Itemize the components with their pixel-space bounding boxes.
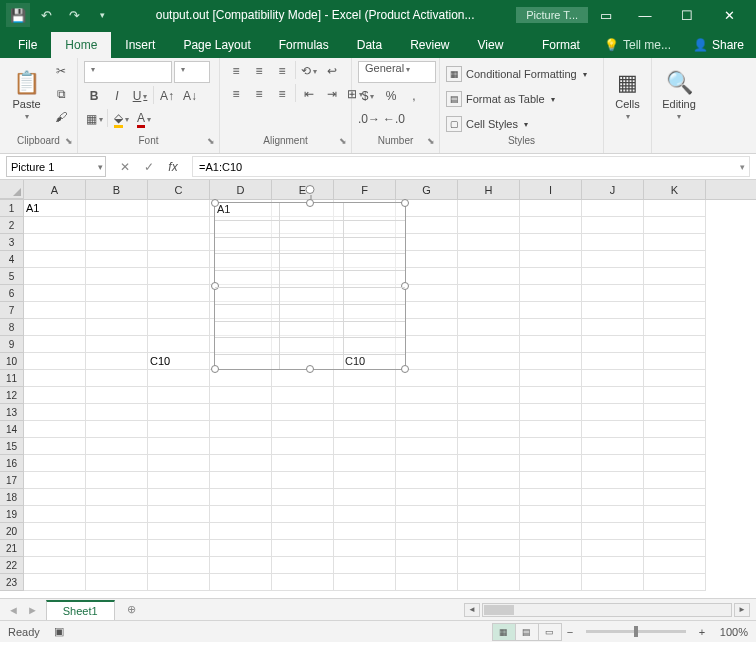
cell[interactable]	[210, 387, 272, 404]
row-header[interactable]: 4	[0, 251, 24, 268]
sheet-tab-active[interactable]: Sheet1	[46, 600, 115, 620]
cell[interactable]	[458, 506, 520, 523]
cell[interactable]	[334, 438, 396, 455]
cell[interactable]	[520, 472, 582, 489]
cell[interactable]	[272, 370, 334, 387]
cell[interactable]	[458, 268, 520, 285]
cell[interactable]	[24, 302, 86, 319]
cell[interactable]	[396, 489, 458, 506]
cell[interactable]	[458, 370, 520, 387]
cell[interactable]	[458, 387, 520, 404]
cell[interactable]	[148, 523, 210, 540]
cell[interactable]	[520, 574, 582, 591]
cell[interactable]	[24, 455, 86, 472]
redo-icon[interactable]: ↷	[62, 3, 86, 27]
tab-format[interactable]: Format	[528, 32, 594, 58]
cell[interactable]	[24, 285, 86, 302]
cell[interactable]	[396, 421, 458, 438]
cell[interactable]	[148, 336, 210, 353]
cell[interactable]	[86, 336, 148, 353]
cell[interactable]	[334, 472, 396, 489]
column-header[interactable]: I	[520, 180, 582, 199]
cell[interactable]	[86, 540, 148, 557]
row-header[interactable]: 2	[0, 217, 24, 234]
cell[interactable]	[334, 455, 396, 472]
cell[interactable]	[458, 217, 520, 234]
cell[interactable]	[520, 319, 582, 336]
cell[interactable]	[520, 387, 582, 404]
cell[interactable]	[582, 217, 644, 234]
clipboard-launcher-icon[interactable]: ⬊	[65, 136, 73, 146]
shrink-font-icon[interactable]: A↓	[180, 86, 200, 106]
cell[interactable]	[334, 387, 396, 404]
cell[interactable]	[520, 217, 582, 234]
orientation-icon[interactable]: ⟲	[299, 61, 319, 81]
cell[interactable]	[86, 370, 148, 387]
cell[interactable]	[334, 506, 396, 523]
row-header[interactable]: 18	[0, 489, 24, 506]
cells-area[interactable]: A1C10 A1 C10	[24, 200, 756, 591]
cell[interactable]	[24, 336, 86, 353]
column-header[interactable]: F	[334, 180, 396, 199]
cell[interactable]	[272, 472, 334, 489]
cell[interactable]	[644, 472, 706, 489]
row-header[interactable]: 14	[0, 421, 24, 438]
cell[interactable]	[86, 251, 148, 268]
row-header[interactable]: 13	[0, 404, 24, 421]
cell[interactable]	[582, 455, 644, 472]
column-header[interactable]: H	[458, 180, 520, 199]
cell[interactable]	[210, 404, 272, 421]
font-launcher-icon[interactable]: ⬊	[207, 136, 215, 146]
font-size-select[interactable]	[174, 61, 210, 83]
row-header[interactable]: 3	[0, 234, 24, 251]
embedded-picture[interactable]: A1 C10	[214, 202, 406, 370]
cell[interactable]	[520, 489, 582, 506]
cell[interactable]	[520, 506, 582, 523]
cell[interactable]	[24, 421, 86, 438]
cell[interactable]	[24, 234, 86, 251]
cell[interactable]	[210, 574, 272, 591]
percent-format-icon[interactable]: %	[381, 86, 401, 106]
fx-icon[interactable]: fx	[162, 156, 184, 178]
cell[interactable]	[458, 574, 520, 591]
cell[interactable]	[520, 421, 582, 438]
increase-decimal-icon[interactable]: .0→	[358, 109, 380, 129]
cell[interactable]	[272, 421, 334, 438]
cell[interactable]	[334, 404, 396, 421]
cell[interactable]	[86, 557, 148, 574]
cell[interactable]	[148, 540, 210, 557]
cells-button[interactable]: ▦ Cells ▾	[610, 61, 645, 129]
row-header[interactable]: 10	[0, 353, 24, 370]
cell[interactable]	[644, 455, 706, 472]
cell[interactable]	[396, 404, 458, 421]
row-header[interactable]: 20	[0, 523, 24, 540]
cell[interactable]	[210, 506, 272, 523]
cell[interactable]	[24, 268, 86, 285]
cell[interactable]	[644, 336, 706, 353]
cell[interactable]	[520, 200, 582, 217]
share-button[interactable]: 👤Share	[681, 32, 756, 58]
tab-insert[interactable]: Insert	[111, 32, 169, 58]
cell[interactable]	[582, 472, 644, 489]
row-header[interactable]: 5	[0, 268, 24, 285]
cell[interactable]	[644, 200, 706, 217]
cell[interactable]	[396, 557, 458, 574]
cell[interactable]	[24, 251, 86, 268]
sheet-nav-prev-icon[interactable]: ◄	[8, 604, 19, 616]
cell[interactable]	[520, 234, 582, 251]
cell[interactable]	[458, 523, 520, 540]
cell[interactable]	[86, 574, 148, 591]
cell[interactable]	[24, 438, 86, 455]
cell[interactable]	[644, 319, 706, 336]
hscroll-right-icon[interactable]: ►	[734, 603, 750, 617]
accounting-format-icon[interactable]: $	[358, 86, 378, 106]
cell[interactable]	[644, 217, 706, 234]
cell[interactable]	[272, 438, 334, 455]
cell[interactable]	[582, 404, 644, 421]
cell[interactable]	[582, 523, 644, 540]
cell[interactable]	[582, 438, 644, 455]
cell[interactable]	[210, 557, 272, 574]
cell[interactable]	[396, 438, 458, 455]
view-normal-icon[interactable]: ▦	[492, 623, 516, 641]
cell[interactable]	[210, 489, 272, 506]
